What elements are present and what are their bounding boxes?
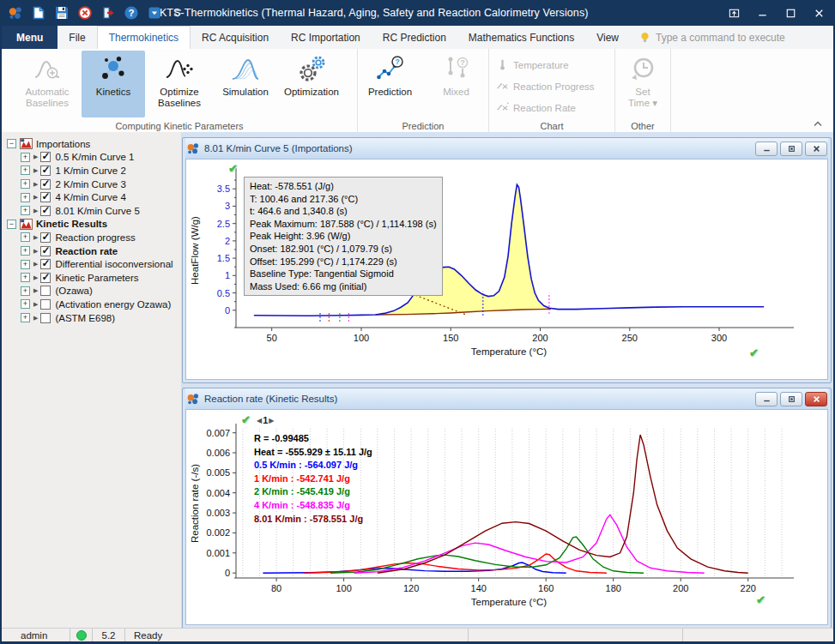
measurement-line: t: 464.6 and 1,340.8 (s): [250, 205, 437, 218]
tab-rc-importation[interactable]: RC Importation: [280, 26, 372, 49]
open-file-icon[interactable]: [31, 5, 46, 21]
collapse-box[interactable]: −: [7, 139, 16, 148]
checkbox-0.5-k-min-curve-1[interactable]: [40, 152, 51, 162]
tab-rc-acquisition[interactable]: RC Acquisition: [191, 26, 280, 49]
pin-window-icon[interactable]: [720, 1, 748, 25]
svg-text:Temperature (°C): Temperature (°C): [471, 597, 547, 607]
expand-box[interactable]: +: [21, 193, 30, 202]
tree-item-activation-energy-ozawa[interactable]: (Activation energy Ozawa): [55, 299, 171, 310]
window-app-icon: [186, 141, 200, 155]
ribbon-button-simulation[interactable]: Simulation: [214, 51, 277, 117]
ribbon-button-temperature: Temperature: [496, 54, 614, 75]
checkbox-2-k-min-curve-3[interactable]: [40, 179, 51, 190]
ribbon-button-optimization[interactable]: Optimization: [280, 51, 343, 117]
collapse-ribbon-button[interactable]: [811, 118, 825, 129]
checkbox-kinetic-parameters[interactable]: [40, 273, 51, 283]
ribbon-group-computing-kinetic-parameters: Automatic BaselinesKineticsOptimize Base…: [2, 49, 358, 132]
window-curve5: 8.01 K/min Curve 5 (Importations) 501001…: [182, 137, 832, 383]
tree-item-astm-e698[interactable]: (ASTM E698): [55, 313, 115, 323]
ribbon-group-label: Other: [615, 121, 670, 131]
svg-text:2: 2: [225, 236, 230, 246]
help-icon[interactable]: ?: [124, 5, 139, 21]
checkbox-reaction-progress[interactable]: [40, 232, 51, 243]
svg-text:1.5: 1.5: [217, 253, 230, 263]
tree-item-reaction-progress[interactable]: Reaction progress: [55, 232, 135, 243]
command-input[interactable]: Type a command to execute: [656, 26, 785, 49]
svg-text:200: 200: [673, 583, 688, 593]
ribbon-button-prediction[interactable]: ?Prediction: [359, 51, 422, 117]
expand-box[interactable]: +: [21, 286, 30, 296]
expand-box[interactable]: +: [21, 246, 30, 256]
window-close-button[interactable]: [805, 141, 827, 156]
pager-prev-icon[interactable]: ◀: [257, 417, 262, 424]
maximize-icon[interactable]: [777, 1, 805, 25]
expand-box[interactable]: +: [21, 166, 30, 175]
measurement-line: Baseline Type: Tangential Sigmoid: [250, 268, 437, 280]
tree-item-differential-isoconversional[interactable]: Differential isoconversional: [55, 259, 172, 269]
tab-view[interactable]: View: [585, 26, 630, 49]
expand-box[interactable]: +: [21, 299, 30, 309]
ribbon-button-kinetics[interactable]: Kinetics: [82, 51, 145, 117]
window-option-icon[interactable]: [147, 5, 162, 21]
ribbon-button-label: Simulation: [222, 87, 269, 98]
window-restore-button[interactable]: [780, 392, 802, 406]
tree-item-1-k-min-curve-2[interactable]: 1 K/min Curve 2: [55, 166, 125, 176]
curve-pager[interactable]: ◀1▶: [257, 415, 274, 425]
checkbox-differential-isoconversional[interactable]: [40, 259, 51, 269]
svg-text:200: 200: [532, 333, 548, 343]
tree-item-kinetic-parameters[interactable]: Kinetic Parameters: [55, 273, 138, 283]
cancel-icon[interactable]: [77, 5, 93, 21]
checkbox-1-k-min-curve-2[interactable]: [40, 166, 51, 176]
window-curve5-titlebar[interactable]: 8.01 K/min Curve 5 (Importations): [185, 138, 828, 159]
tab-file[interactable]: File: [57, 26, 96, 49]
window-minimize-button[interactable]: [755, 392, 778, 406]
quick-access-toolbar: ?: [2, 5, 185, 21]
tree-item-importations[interactable]: Importations: [36, 139, 90, 149]
ribbon-button-set-time: Set Time ▾: [615, 51, 670, 117]
expand-box[interactable]: +: [21, 273, 30, 282]
minimize-icon[interactable]: [748, 1, 777, 25]
checkbox-ozawa[interactable]: [40, 286, 51, 296]
tab-mathematics-functions[interactable]: Mathematics Functions: [457, 26, 585, 49]
expand-box[interactable]: +: [21, 313, 30, 322]
checkbox-4-k-min-curve-4[interactable]: [40, 192, 51, 202]
tree-item-2-k-min-curve-3[interactable]: 2 K/min Curve 3: [55, 179, 125, 190]
tree-item-0.5-k-min-curve-1[interactable]: 0.5 K/min Curve 1: [55, 152, 134, 162]
tab-thermokinetics[interactable]: Thermokinetics: [97, 26, 191, 49]
expand-box[interactable]: +: [21, 179, 30, 189]
checkbox-reaction-rate[interactable]: [40, 246, 51, 256]
svg-text:2.5: 2.5: [217, 219, 230, 229]
expand-box[interactable]: +: [21, 232, 30, 242]
ribbon-group-prediction: ?Prediction?MixedPrediction: [358, 49, 489, 132]
close-icon[interactable]: [805, 1, 833, 25]
tree-item-8.01-k-min-curve-5[interactable]: 8.01 K/min Curve 5: [55, 206, 139, 216]
checkbox-astm-e698[interactable]: [40, 313, 51, 323]
tree-item-ozawa[interactable]: (Ozawa): [55, 286, 92, 296]
expand-box[interactable]: +: [21, 260, 30, 269]
tab-rc-prediction[interactable]: RC Prediction: [372, 26, 457, 49]
expand-box[interactable]: +: [21, 206, 30, 215]
window-restore-button[interactable]: [780, 141, 802, 156]
app-logo[interactable]: [8, 5, 23, 21]
expand-box[interactable]: +: [21, 153, 30, 162]
exit-icon[interactable]: [100, 5, 116, 21]
collapse-box[interactable]: −: [7, 220, 16, 229]
window-close-button[interactable]: [805, 392, 827, 406]
window-minimize-button[interactable]: [755, 141, 778, 156]
checkbox-activation-energy-ozawa[interactable]: [40, 299, 51, 310]
item-arrow-icon: ▶: [33, 261, 38, 268]
item-arrow-icon: ▶: [33, 208, 38, 214]
ribbon-button-optimize-baselines[interactable]: Optimize Baselines: [148, 51, 211, 117]
tree-item-4-k-min-curve-4[interactable]: 4 K/min Curve 4: [55, 192, 125, 202]
pager-next-icon[interactable]: ▶: [269, 417, 274, 424]
customize-quick-access-icon[interactable]: [170, 5, 185, 21]
checkbox-8.01-k-min-curve-5[interactable]: [40, 206, 51, 216]
window-reaction-rate-titlebar[interactable]: Reaction rate (Kinetic Results): [185, 388, 828, 409]
tree-item-kinetic-results[interactable]: Kinetic Results: [36, 219, 107, 229]
ribbon-button-label: Reaction Rate: [513, 103, 576, 113]
online-dot-icon: [76, 630, 87, 641]
tab-menu[interactable]: Menu: [2, 26, 57, 49]
temperature-icon: [496, 58, 509, 71]
save-icon[interactable]: [54, 5, 70, 21]
tree-item-reaction-rate[interactable]: Reaction rate: [55, 246, 118, 256]
